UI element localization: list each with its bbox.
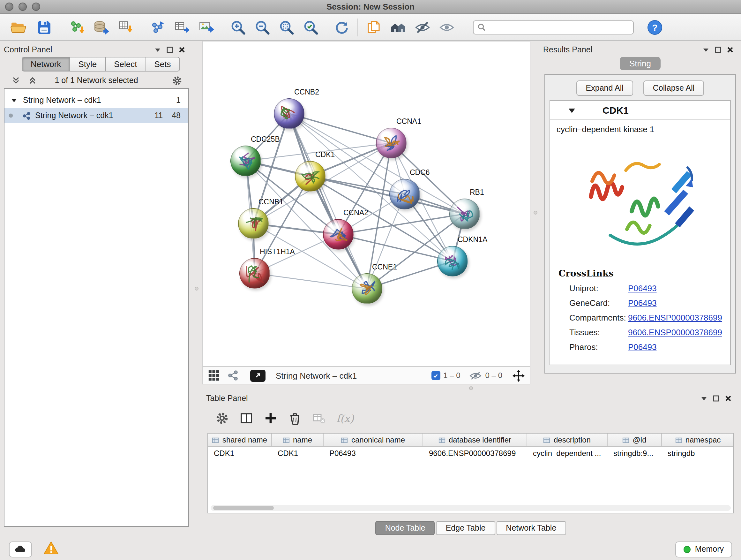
crosslink-link[interactable]: P06493 bbox=[628, 342, 657, 352]
network-node-ccne1[interactable] bbox=[352, 273, 382, 304]
expand-all-button[interactable]: Expand All bbox=[576, 80, 633, 96]
panel-float-icon[interactable] bbox=[712, 395, 720, 402]
open-session-button[interactable] bbox=[9, 17, 28, 37]
panel-float-icon[interactable] bbox=[714, 46, 722, 54]
show-graphics-button[interactable] bbox=[437, 17, 456, 37]
table-cell[interactable]: stringdb bbox=[662, 447, 734, 460]
network-node-cdkn1a[interactable] bbox=[437, 246, 468, 276]
network-node-rb1[interactable] bbox=[449, 199, 480, 229]
table-cell[interactable]: CDK1 bbox=[208, 447, 272, 460]
add-column-icon[interactable] bbox=[264, 411, 278, 425]
network-row-selected[interactable]: String Network – cdk1 11 48 bbox=[4, 108, 188, 123]
tab-style[interactable]: Style bbox=[69, 57, 105, 71]
tab-network-table[interactable]: Network Table bbox=[496, 521, 566, 535]
panel-menu-icon[interactable] bbox=[702, 46, 710, 54]
zoom-out-button[interactable] bbox=[253, 17, 272, 37]
import-table-button[interactable] bbox=[116, 17, 135, 37]
table-cell[interactable]: P06493 bbox=[324, 447, 423, 460]
export-image-button[interactable] bbox=[197, 17, 216, 37]
network-node-ccna1[interactable] bbox=[376, 128, 407, 159]
show-columns-icon[interactable] bbox=[239, 411, 253, 425]
scrollbar-thumb[interactable] bbox=[213, 506, 274, 510]
table-gear-icon[interactable] bbox=[215, 411, 229, 425]
network-node-ccna2[interactable] bbox=[323, 219, 354, 250]
tab-select[interactable]: Select bbox=[105, 57, 145, 71]
column-header-shared-name[interactable]: shared name bbox=[208, 434, 272, 446]
network-node-cdc6[interactable] bbox=[389, 179, 420, 209]
string-results-tab[interactable]: String bbox=[620, 57, 661, 70]
houses-icon bbox=[390, 19, 407, 36]
new-network-button[interactable] bbox=[148, 17, 167, 37]
right-splitter-handle[interactable] bbox=[534, 211, 537, 214]
clone-network-button[interactable] bbox=[364, 17, 384, 37]
protein-section-header[interactable]: CDK1 bbox=[550, 101, 730, 120]
selected-nodes-checkbox-icon[interactable] bbox=[431, 371, 440, 380]
network-node-ccnb1[interactable] bbox=[238, 208, 269, 239]
panel-close-icon[interactable] bbox=[726, 46, 734, 54]
import-network-database-button[interactable] bbox=[92, 17, 111, 37]
network-edge[interactable] bbox=[338, 234, 453, 261]
network-collection-row[interactable]: String Network – cdk1 1 bbox=[4, 92, 188, 108]
search-input[interactable] bbox=[488, 23, 629, 32]
network-edge[interactable] bbox=[289, 114, 367, 289]
column-header-name[interactable]: name bbox=[272, 434, 324, 446]
table-horizontal-scrollbar[interactable] bbox=[211, 505, 731, 511]
panel-close-icon[interactable] bbox=[724, 395, 732, 402]
network-edge[interactable] bbox=[255, 273, 367, 289]
crosslink-link[interactable]: P06493 bbox=[628, 284, 657, 293]
open-in-browser-button[interactable] bbox=[250, 369, 266, 381]
import-network-file-button[interactable] bbox=[68, 17, 87, 37]
panel-float-icon[interactable] bbox=[166, 46, 174, 54]
birds-eye-grid-icon[interactable] bbox=[208, 370, 219, 381]
network-node-cdc25b[interactable] bbox=[230, 145, 261, 176]
column-header--id[interactable]: @id bbox=[608, 434, 662, 446]
crosslink-link[interactable]: P06493 bbox=[628, 298, 657, 308]
zoom-in-button[interactable] bbox=[228, 17, 248, 37]
network-canvas[interactable]: CCNB2CCNA1CDC25BCDK1CDC6RB1CCNB1CCNA2CDK… bbox=[202, 41, 530, 367]
crosslink-link[interactable]: 9606.ENSP00000378699 bbox=[628, 313, 722, 322]
copy-documents-icon bbox=[366, 19, 382, 36]
save-session-button[interactable] bbox=[35, 17, 54, 37]
hide-graphics-button[interactable] bbox=[413, 17, 432, 37]
tree-expand-icon[interactable] bbox=[11, 97, 17, 104]
help-button[interactable]: ? bbox=[645, 17, 664, 37]
zoom-fit-button[interactable] bbox=[277, 17, 296, 37]
tab-node-table[interactable]: Node Table bbox=[376, 521, 435, 535]
table-cell[interactable]: cyclin–dependent ... bbox=[527, 447, 608, 460]
network-node-hist1h1a[interactable] bbox=[239, 258, 270, 289]
toolbar-search-field[interactable] bbox=[473, 20, 634, 34]
network-overview-share-icon[interactable] bbox=[227, 370, 239, 381]
column-header-description[interactable]: description bbox=[527, 434, 608, 446]
delete-column-icon[interactable] bbox=[288, 411, 302, 425]
left-splitter-handle[interactable] bbox=[195, 287, 199, 291]
panel-menu-icon[interactable] bbox=[700, 395, 708, 402]
table-cell[interactable]: CDK1 bbox=[272, 447, 324, 460]
apply-layout-button[interactable] bbox=[332, 17, 351, 37]
zoom-selected-button[interactable] bbox=[301, 17, 320, 37]
pan-move-icon[interactable] bbox=[513, 369, 525, 381]
tab-edge-table[interactable]: Edge Table bbox=[436, 521, 495, 535]
section-collapse-icon[interactable] bbox=[568, 106, 576, 114]
table-cell[interactable]: stringdb:9... bbox=[608, 447, 662, 460]
bottom-splitter-handle[interactable] bbox=[469, 386, 473, 390]
table-cell[interactable]: 9606.ENSP00000378699 bbox=[423, 447, 527, 460]
home-view-button[interactable] bbox=[389, 17, 408, 37]
tab-sets[interactable]: Sets bbox=[145, 57, 180, 71]
crosslink-link[interactable]: 9606.ENSP00000378699 bbox=[628, 327, 722, 337]
collapse-all-button[interactable]: Collapse All bbox=[643, 80, 704, 96]
cloud-status-button[interactable] bbox=[9, 541, 32, 557]
column-header-canonical-name[interactable]: canonical name bbox=[324, 434, 423, 446]
table-row[interactable]: CDK1CDK1P064939606.ENSP00000378699cyclin… bbox=[208, 447, 733, 460]
network-edge[interactable] bbox=[289, 114, 391, 143]
panel-close-icon[interactable] bbox=[178, 46, 186, 54]
memory-button[interactable]: Memory bbox=[675, 541, 732, 557]
column-header-namespac[interactable]: namespac bbox=[662, 434, 734, 446]
network-node-ccnb2[interactable] bbox=[274, 98, 305, 129]
warning-indicator-button[interactable] bbox=[44, 541, 59, 557]
network-node-cdk1[interactable] bbox=[295, 161, 326, 192]
tab-network[interactable]: Network bbox=[22, 57, 69, 71]
export-table-button[interactable] bbox=[172, 17, 192, 37]
panel-menu-icon[interactable] bbox=[154, 46, 161, 54]
column-header-database-identifier[interactable]: database identifier bbox=[423, 434, 527, 446]
hidden-eye-slash-icon[interactable] bbox=[469, 371, 482, 380]
